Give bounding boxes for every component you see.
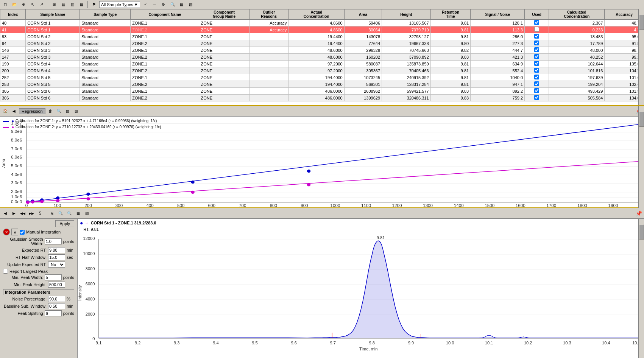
used-cell[interactable] [525, 33, 549, 40]
home-chart-icon[interactable]: 🏠 [2, 107, 9, 115]
used-checkbox[interactable] [534, 88, 539, 93]
grid-icon[interactable]: ⊞ [50, 1, 58, 8]
table-row[interactable]: 40CORN Std 1StandardZONE.1ZONEAccuracy4.… [0, 20, 644, 26]
table-scrollbar[interactable] [638, 9, 644, 105]
check-icon[interactable]: ✓ [142, 1, 149, 8]
used-checkbox[interactable] [534, 68, 539, 73]
chart-scrollbar[interactable] [638, 106, 644, 208]
cursor2-icon[interactable]: ↗ [38, 1, 45, 8]
snapshot-btn[interactable]: S [36, 210, 44, 217]
th-component-name[interactable]: Component Name [131, 9, 199, 20]
table-row[interactable]: 93CORN Std 2StandardZONE.1ZONE19.4400143… [0, 33, 644, 40]
noise-percentage-input[interactable] [48, 296, 65, 302]
table-chart-icon[interactable]: ▦ [64, 107, 72, 115]
list4-btn[interactable]: ▧ [83, 210, 90, 217]
magnify-icon[interactable]: 🔍 [169, 1, 176, 8]
arrow-left-icon[interactable]: ◀ [10, 107, 18, 115]
table-row[interactable]: 252CORN Std 5StandardZONE.1ZONE194.40001… [0, 74, 644, 81]
used-checkbox[interactable] [534, 54, 539, 59]
table-row[interactable]: 306CORN Std 6StandardZONE.2ZONE486.00001… [0, 95, 644, 101]
table-row[interactable]: 41CORN Std 1StandardZONE.2ZONEAccuracy4.… [0, 26, 644, 33]
th-sample-name[interactable]: Sample Name [26, 9, 80, 20]
table-icon[interactable]: ▦ [178, 1, 186, 8]
manual-integration-checkbox[interactable] [20, 230, 25, 235]
used-checkbox[interactable] [534, 34, 539, 39]
search-chart-icon[interactable]: 🔍 [55, 107, 63, 115]
used-cell[interactable] [525, 47, 549, 54]
used-cell[interactable] [525, 88, 549, 95]
used-cell[interactable] [525, 20, 549, 26]
used-checkbox[interactable] [534, 81, 539, 86]
used-checkbox[interactable] [534, 75, 539, 79]
th-actual-conc[interactable]: ActualConcentration [288, 9, 344, 20]
th-height[interactable]: Height [382, 9, 431, 20]
list2-icon[interactable]: ▥ [69, 1, 76, 8]
gear-icon[interactable]: ⚙ [160, 1, 167, 8]
table-row[interactable]: 147CORN Std 3StandardZONE.2ZONE48.600016… [0, 54, 644, 61]
used-cell[interactable] [525, 54, 549, 61]
used-cell[interactable] [525, 95, 549, 101]
stop-icon[interactable]: ✕ [3, 229, 10, 235]
baseline-sub-input[interactable] [48, 303, 65, 309]
used-cell[interactable] [525, 67, 549, 74]
used-cell[interactable] [525, 61, 549, 67]
apply-button[interactable]: Apply [55, 220, 74, 227]
used-checkbox[interactable] [534, 40, 539, 45]
th-signal-noise[interactable]: Signal / Noise [471, 9, 525, 20]
table-row[interactable]: 199CORN Std 4StandardZONE.1ZONE97.200058… [0, 61, 644, 67]
flag-icon[interactable]: ⚑ [90, 1, 98, 8]
th-used[interactable]: Used [525, 9, 549, 20]
chrom-scrollbar-thumb[interactable] [639, 224, 644, 240]
table-scroll[interactable]: Index Sample Name Sample Type Component … [0, 9, 644, 103]
sample-type-dropdown[interactable]: All Sample Types ▼ [99, 1, 140, 8]
print-btn[interactable]: 🖨 [48, 210, 56, 217]
zoom-btn[interactable]: 🔍 [57, 210, 64, 217]
update-expected-rt-select[interactable]: NoYes [48, 261, 65, 268]
zoom-plus-btn[interactable]: 🔍 [65, 210, 73, 217]
scrollbar-thumb[interactable] [639, 15, 644, 30]
table-row[interactable]: 200CORN Std 4StandardZONE.2ZONE97.200030… [0, 67, 644, 74]
gaussian-smooth-input[interactable] [45, 238, 62, 244]
min-peak-width-input[interactable] [45, 274, 62, 280]
chrom-scrollbar[interactable] [638, 219, 644, 358]
table3-btn[interactable]: ▦ [74, 210, 82, 217]
cursor-icon[interactable]: ↖ [29, 1, 36, 8]
peak-icon[interactable]: ∧ [11, 229, 18, 235]
back-btn[interactable]: ◀ [2, 210, 9, 217]
used-cell[interactable] [525, 26, 549, 33]
used-checkbox[interactable] [534, 27, 539, 32]
th-area[interactable]: Area [344, 9, 382, 20]
report-largest-peak-checkbox[interactable] [3, 269, 8, 274]
target-icon[interactable]: ⊕ [20, 1, 27, 8]
th-index[interactable]: Index [0, 9, 26, 20]
forward-btn[interactable]: ▶ [10, 210, 18, 217]
used-cell[interactable] [525, 40, 549, 47]
table-row[interactable]: 146CORN Std 3StandardZONE.1ZONE48.600029… [0, 47, 644, 54]
used-checkbox[interactable] [534, 20, 539, 25]
list-icon[interactable]: ▤ [59, 1, 67, 8]
table2-chart-icon[interactable]: ▧ [73, 107, 80, 115]
table-row[interactable]: 94CORN Std 2StandardZONE.2ZONE19.4400776… [0, 40, 644, 47]
rt-half-window-input[interactable] [48, 254, 65, 260]
th-outlier-reasons[interactable]: OutlierReasons [249, 9, 288, 20]
used-cell[interactable] [525, 81, 549, 88]
peak-splitting-input[interactable] [45, 310, 62, 316]
fast-fwd-btn[interactable]: ▶▶ [28, 210, 35, 217]
pin-bottom-icon[interactable]: 📌 [635, 210, 642, 217]
table-row[interactable]: 253CORN Std 5StandardZONE.2ZONE194.40005… [0, 81, 644, 88]
list3-icon[interactable]: ▦ [78, 1, 85, 8]
min-peak-height-input[interactable] [48, 282, 65, 288]
table-row[interactable]: 305CORN Std 6StandardZONE.1ZONE486.00002… [0, 88, 644, 95]
th-sample-type[interactable]: Sample Type [80, 9, 131, 20]
used-checkbox[interactable] [534, 47, 539, 52]
arrow-icon[interactable]: → [151, 1, 158, 8]
used-checkbox[interactable] [534, 61, 539, 66]
th-retention-time[interactable]: RetentionTime [430, 9, 471, 20]
expected-rt-input[interactable] [48, 247, 65, 253]
fast-back-btn[interactable]: ◀◀ [19, 210, 27, 217]
th-component-group-name[interactable]: ComponentGroup Name [199, 9, 249, 20]
new-icon[interactable]: ◻ [2, 1, 9, 8]
delete-chart-icon[interactable]: 🗑 [47, 107, 54, 115]
chart-scrollbar-thumb[interactable] [639, 112, 644, 127]
th-accuracy[interactable]: Accuracy [605, 9, 644, 20]
